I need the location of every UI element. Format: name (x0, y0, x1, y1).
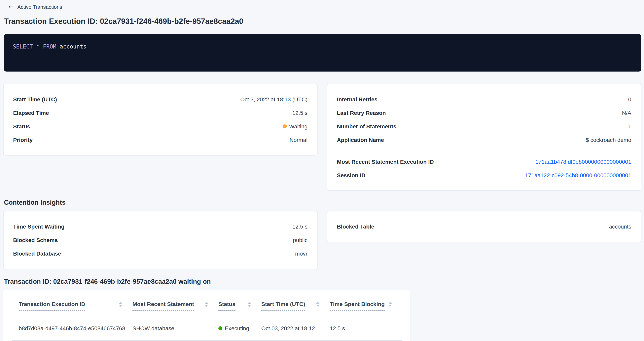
waiting-status-dot-icon (283, 124, 287, 128)
blocked-database-value: movr (295, 250, 308, 258)
contention-blocked-table-card: Blocked Table accounts (327, 211, 641, 242)
execution-details-card: Internal Retries 0 Last Retry Reason N/A… (327, 84, 641, 191)
page-title: Transaction Execution ID: 02ca7931-f246-… (4, 17, 640, 26)
summary-row-session-id: Session ID 171aa122-c092-54b8-0000-00000… (337, 169, 631, 182)
status-value-text: Waiting (289, 122, 308, 130)
cell-most-recent-statement: SHOW database (132, 324, 218, 332)
blocked-schema-label: Blocked Schema (13, 236, 58, 244)
cell-start-time: Oct 03, 2022 at 18:12 (261, 324, 330, 332)
sql-table-name: accounts (60, 43, 86, 50)
table-row[interactable]: b8d7d03a-d497-446b-8474-e50846674768 SHO… (3, 316, 410, 340)
card-divider (337, 151, 631, 151)
start-time-label: Start Time (UTC) (13, 95, 57, 103)
most-recent-statement-execution-id-link[interactable]: 171aa1b478fdf0e80000000000000001 (535, 159, 631, 165)
back-link-label: Active Transactions (17, 4, 62, 10)
waiting-on-heading: Transaction ID: 02ca7931-f246-469b-b2fe-… (4, 278, 644, 285)
internal-retries-value: 0 (628, 95, 631, 103)
most-recent-statement-execution-id-label: Most Recent Statement Execution ID (337, 158, 434, 166)
status-value: Waiting (283, 122, 308, 130)
summary-row-status: Status Waiting (13, 120, 308, 133)
session-id-link[interactable]: 171aa122-c092-54b8-0000-000000000001 (525, 172, 631, 178)
blocked-database-label: Blocked Database (13, 250, 61, 258)
arrow-left-icon: ← (9, 4, 14, 10)
summary-row-priority: Priority Normal (13, 133, 308, 147)
priority-label: Priority (13, 136, 32, 144)
summary-row-last-retry-reason: Last Retry Reason N/A (337, 106, 631, 120)
column-header-start-time[interactable]: Start Time (UTC) (261, 301, 330, 311)
sql-keyword-from: FROM (43, 43, 56, 50)
blocked-table-value: accounts (609, 223, 631, 231)
contention-insights-heading: Contention Insights (4, 199, 644, 206)
column-header-time-spent-blocking[interactable]: Time Spent Blocking (330, 301, 402, 311)
elapsed-time-label: Elapsed Time (13, 109, 49, 117)
waiting-on-table: Transaction Execution ID Most Recent Sta… (3, 290, 410, 341)
session-id-label: Session ID (337, 171, 365, 179)
column-header-status[interactable]: Status (218, 301, 261, 311)
number-of-statements-value: 1 (628, 122, 631, 130)
summary-row-internal-retries: Internal Retries 0 (337, 93, 631, 106)
blocked-table-label: Blocked Table (337, 223, 374, 231)
time-spent-waiting-label: Time Spent Waiting (13, 223, 64, 231)
contention-row-blocked-database: Blocked Database movr (13, 247, 308, 260)
sql-statement-box: SELECT * FROM accounts (4, 34, 641, 71)
waiting-on-table-header: Transaction Execution ID Most Recent Sta… (3, 301, 410, 311)
sort-icon[interactable] (248, 301, 251, 307)
summary-row-elapsed-time: Elapsed Time 12.5 s (13, 106, 308, 120)
contention-row-blocked-schema: Blocked Schema public (13, 233, 308, 247)
cell-status: Executing (218, 324, 261, 332)
internal-retries-label: Internal Retries (337, 95, 378, 103)
contention-row-time-spent-waiting: Time Spent Waiting 12.5 s (13, 220, 308, 233)
sort-icon[interactable] (389, 301, 392, 307)
status-label: Status (13, 122, 30, 130)
summary-row-number-of-statements: Number of Statements 1 (337, 120, 631, 133)
contention-row-blocked-table: Blocked Table accounts (337, 220, 631, 233)
cell-time-spent-blocking: 12.5 s (330, 324, 402, 332)
application-name-value: $ cockroach demo (586, 136, 631, 144)
cell-transaction-execution-id: b8d7d03a-d497-446b-8474-e50846674768 (19, 324, 132, 332)
cell-status-text: Executing (225, 324, 249, 332)
executing-status-dot-icon (218, 326, 222, 330)
transaction-summary-card: Start Time (UTC) Oct 3, 2022 at 18:13 (U… (3, 84, 318, 155)
back-link-active-transactions[interactable]: ← Active Transactions (9, 4, 62, 10)
time-spent-waiting-value: 12.5 s (292, 223, 308, 231)
sort-icon[interactable] (205, 301, 208, 307)
summary-row-start-time: Start Time (UTC) Oct 3, 2022 at 18:13 (U… (13, 93, 308, 106)
contention-waiting-card: Time Spent Waiting 12.5 s Blocked Schema… (3, 211, 318, 269)
priority-value: Normal (290, 136, 308, 144)
column-header-transaction-execution-id[interactable]: Transaction Execution ID (19, 301, 132, 311)
sort-icon[interactable] (119, 301, 122, 307)
summary-row-most-recent-statement-execution-id: Most Recent Statement Execution ID 171aa… (337, 155, 631, 169)
application-name-label: Application Name (337, 136, 384, 144)
last-retry-reason-value: N/A (622, 109, 631, 117)
blocked-schema-value: public (293, 236, 308, 244)
active-transaction-details-page: ← Active Transactions Transaction Execut… (0, 0, 644, 341)
column-header-most-recent-statement[interactable]: Most Recent Statement (132, 301, 218, 311)
sql-keyword-select: SELECT (13, 43, 33, 50)
start-time-value: Oct 3, 2022 at 18:13 (UTC) (240, 95, 308, 103)
sort-icon[interactable] (316, 301, 320, 307)
summary-row-application-name: Application Name $ cockroach demo (337, 133, 631, 147)
elapsed-time-value: 12.5 s (292, 109, 308, 117)
contention-cards-row: Time Spent Waiting 12.5 s Blocked Schema… (3, 211, 641, 269)
table-row-rule (12, 340, 402, 341)
summary-cards-row: Start Time (UTC) Oct 3, 2022 at 18:13 (U… (3, 84, 641, 191)
number-of-statements-label: Number of Statements (337, 122, 396, 130)
sql-star: * (36, 43, 40, 50)
last-retry-reason-label: Last Retry Reason (337, 109, 386, 117)
